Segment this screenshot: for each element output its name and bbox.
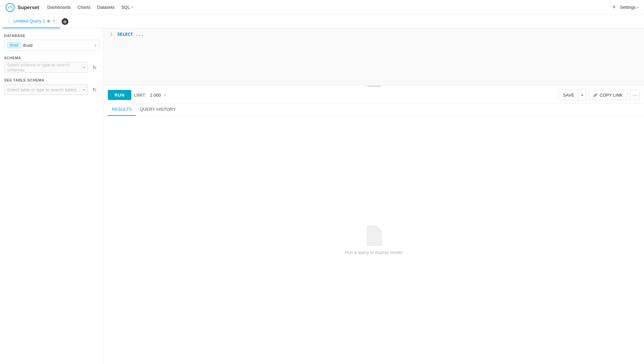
table-selector[interactable]: Select table or type to search tables ▾ (4, 84, 88, 95)
results-empty-state: Run a query to display results (104, 116, 644, 364)
see-table-schema-label: SEE TABLE SCHEMA (4, 78, 99, 82)
top-navigation: Superset Dashboards Charts Datasets SQL … (0, 0, 644, 15)
schema-label: SCHEMA (4, 56, 99, 60)
save-dropdown-button[interactable]: ▾ (579, 90, 586, 100)
schema-placeholder: Select schema or type to search schemas (7, 62, 81, 72)
save-button[interactable]: SAVE (559, 90, 579, 100)
tab-query-history[interactable]: QUERY HISTORY (136, 103, 180, 116)
svg-point-0 (6, 3, 14, 11)
resize-handle[interactable] (104, 86, 644, 87)
nav-sql[interactable]: SQL ▾ (121, 5, 133, 10)
table-schema-section: SEE TABLE SCHEMA Select table or type to… (4, 78, 99, 95)
nav-datasets[interactable]: Datasets (97, 5, 115, 10)
add-button[interactable]: + (612, 4, 616, 11)
drag-handle-icon: ⋮ (7, 19, 11, 24)
unsaved-indicator (47, 20, 50, 23)
schema-refresh-button[interactable]: ↻ (90, 63, 99, 72)
settings-button[interactable]: Settings ▾ (620, 5, 639, 10)
copy-link-button[interactable]: COPY LINK (589, 90, 627, 100)
code-editor[interactable]: 1 SELECT ... (104, 28, 644, 86)
save-button-group: SAVE ▾ (558, 90, 586, 100)
table-placeholder: Select table or type to search tables (7, 87, 81, 92)
app-name: Superset (18, 4, 39, 10)
more-options-button[interactable]: ··· (630, 90, 640, 100)
tab-close-button[interactable]: ✕ (52, 19, 56, 24)
empty-state-message: Run a query to display results (345, 250, 402, 255)
schema-selector-row: Select schema or type to search schemas … (4, 62, 99, 73)
link-icon (593, 93, 598, 97)
database-selector[interactable]: druid druid ▾ (4, 40, 99, 51)
database-section: DATABASE druid druid ▾ (4, 34, 99, 51)
main-layout: DATABASE druid druid ▾ SCHEMA Select sch… (0, 28, 644, 364)
line-numbers: 1 (104, 28, 115, 85)
query-tab-1[interactable]: ⋮ Untitled Query 1 ✕ (3, 15, 60, 28)
editor-area: 1 SELECT ... RUN LIMIT: 1 000 ▾ SAVE ▾ C… (104, 28, 644, 364)
database-caret-icon: ▾ (95, 43, 96, 47)
results-tabs: RESULTS QUERY HISTORY (104, 103, 644, 116)
nav-charts[interactable]: Charts (77, 5, 90, 10)
nav-dashboards[interactable]: Dashboards (47, 5, 71, 10)
copy-link-label: COPY LINK (600, 93, 623, 98)
limit-label: LIMIT: (134, 93, 146, 98)
tab-label: Untitled Query 1 (13, 19, 45, 24)
sidebar: DATABASE druid druid ▾ SCHEMA Select sch… (0, 28, 104, 364)
schema-selector[interactable]: Select schema or type to search schemas … (4, 62, 88, 73)
limit-dropdown-icon[interactable]: ▾ (164, 93, 166, 97)
schema-caret-icon: ▾ (83, 66, 85, 69)
logo-area[interactable]: Superset (5, 3, 39, 12)
new-tab-button[interactable]: ⊕ (62, 18, 68, 25)
empty-file-icon (366, 226, 382, 246)
table-caret-icon: ▾ (83, 88, 85, 92)
database-label: DATABASE (4, 34, 99, 38)
tab-bar: ⋮ Untitled Query 1 ✕ ⊕ (0, 15, 644, 28)
database-value: druid (23, 43, 93, 48)
table-refresh-button[interactable]: ↻ (90, 85, 99, 94)
nav-links: Dashboards Charts Datasets SQL ▾ (47, 5, 133, 10)
database-tag: druid (7, 42, 21, 48)
nav-right: + Settings ▾ (612, 4, 639, 11)
superset-logo-icon (5, 3, 15, 12)
results-area: RESULTS QUERY HISTORY Run a query to dis… (104, 103, 644, 364)
limit-value: 1 000 (150, 93, 161, 98)
schema-section: SCHEMA Select schema or type to search s… (4, 56, 99, 73)
query-toolbar: RUN LIMIT: 1 000 ▾ SAVE ▾ COPY LINK ··· (104, 87, 644, 103)
code-content[interactable]: SELECT ... (115, 28, 644, 85)
tab-results[interactable]: RESULTS (108, 103, 136, 116)
run-button[interactable]: RUN (108, 90, 131, 100)
table-selector-row: Select table or type to search tables ▾ … (4, 84, 99, 95)
more-icon: ··· (633, 92, 637, 98)
